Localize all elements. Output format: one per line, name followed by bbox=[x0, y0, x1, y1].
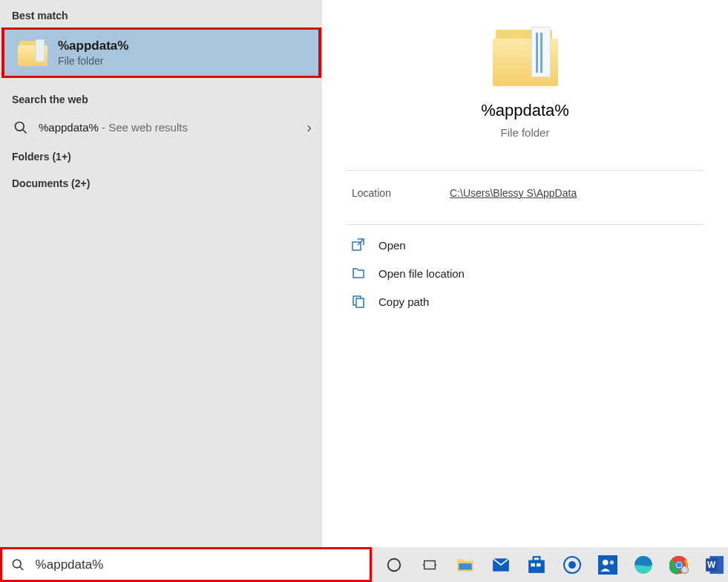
search-box[interactable] bbox=[0, 547, 372, 582]
dell-icon[interactable] bbox=[559, 552, 586, 578]
open-icon bbox=[352, 238, 365, 252]
svg-point-0 bbox=[16, 122, 24, 131]
search-icon bbox=[11, 558, 25, 572]
folder-icon bbox=[18, 39, 47, 66]
best-match-result[interactable]: %appdata% File folder bbox=[1, 27, 321, 78]
action-copy-path[interactable]: Copy path bbox=[352, 287, 698, 315]
action-open-file-location[interactable]: Open file location bbox=[352, 259, 698, 287]
svg-point-7 bbox=[388, 558, 401, 571]
svg-point-20 bbox=[603, 559, 609, 565]
store-icon[interactable] bbox=[523, 552, 550, 578]
svg-line-1 bbox=[23, 129, 27, 133]
preview-title: %appdata% bbox=[481, 101, 569, 120]
svg-point-26 bbox=[677, 562, 682, 567]
preview-panel: %appdata% File folder Location C:\Users\… bbox=[322, 0, 728, 547]
result-subtitle: File folder bbox=[58, 55, 128, 67]
file-explorer-icon[interactable] bbox=[452, 552, 479, 578]
search-web-header: Search the web bbox=[0, 87, 322, 111]
svg-rect-14 bbox=[534, 557, 540, 560]
svg-rect-15 bbox=[531, 563, 534, 566]
svg-point-27 bbox=[681, 566, 689, 573]
location-path[interactable]: C:\Users\Blessy S\AppData bbox=[450, 187, 577, 199]
svg-text:W: W bbox=[707, 560, 716, 570]
svg-rect-19 bbox=[598, 555, 617, 575]
folder-location-icon bbox=[352, 267, 365, 280]
mail-icon[interactable] bbox=[488, 552, 514, 578]
cortana-icon[interactable] bbox=[381, 552, 407, 578]
word-icon[interactable]: W bbox=[701, 552, 728, 578]
result-title: %appdata% bbox=[58, 39, 128, 53]
task-view-icon[interactable] bbox=[416, 552, 443, 578]
svg-point-5 bbox=[13, 560, 21, 568]
action-open[interactable]: Open bbox=[352, 231, 698, 259]
svg-rect-4 bbox=[356, 298, 364, 307]
location-row: Location C:\Users\Blessy S\AppData bbox=[322, 171, 728, 212]
people-icon[interactable] bbox=[594, 552, 621, 578]
search-icon bbox=[13, 120, 28, 135]
search-results-panel: Best match %appdata% File folder Search … bbox=[0, 0, 322, 547]
svg-rect-16 bbox=[537, 563, 540, 566]
chevron-right-icon: › bbox=[306, 119, 312, 136]
search-input[interactable] bbox=[36, 558, 361, 572]
category-documents[interactable]: Documents (2+) bbox=[0, 170, 322, 197]
svg-rect-8 bbox=[424, 560, 436, 569]
svg-point-21 bbox=[610, 560, 614, 564]
web-result-text: %appdata% - See web results bbox=[39, 121, 296, 134]
chrome-icon[interactable] bbox=[666, 552, 692, 578]
taskbar: W bbox=[0, 547, 728, 582]
best-match-header: Best match bbox=[0, 3, 322, 27]
svg-line-6 bbox=[20, 566, 24, 570]
category-folders[interactable]: Folders (1+) bbox=[0, 143, 322, 170]
web-result-item[interactable]: %appdata% - See web results › bbox=[0, 111, 322, 143]
location-label: Location bbox=[352, 187, 450, 199]
svg-rect-11 bbox=[459, 563, 471, 569]
svg-point-18 bbox=[568, 561, 576, 569]
edge-icon[interactable] bbox=[630, 552, 657, 578]
folder-icon bbox=[491, 28, 560, 88]
copy-icon bbox=[352, 295, 365, 308]
preview-subtitle: File folder bbox=[501, 126, 550, 139]
